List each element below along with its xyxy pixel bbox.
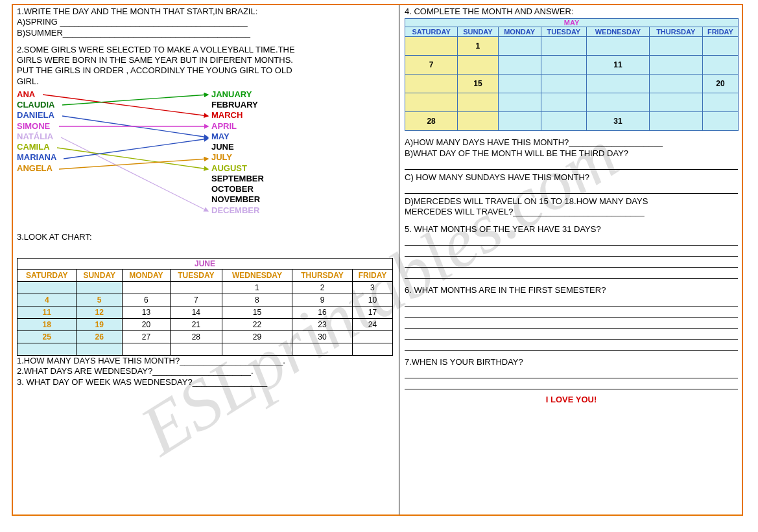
may-cell: [587, 37, 649, 56]
q5: 5. WHAT MONTHS OF THE YEAR HAVE 31 DAYS?: [405, 224, 738, 235]
q4: 4. COMPLETE THE MONTH AND ANSWER:: [405, 6, 738, 17]
june-cell: 6: [122, 294, 170, 306]
june-cell: 23: [292, 319, 353, 331]
right-column: 4. COMPLETE THE MONTH AND ANSWER: MAY SA…: [401, 5, 742, 515]
may-cell: [458, 93, 499, 112]
month-label: APRIL: [211, 121, 328, 132]
may-day-header: SUNDAY: [458, 27, 499, 37]
june-cell: 14: [171, 306, 222, 319]
blank-line: [405, 308, 738, 318]
q6: 6. WHAT MONTHS ARE IN THE FIRST SEMESTER…: [405, 285, 738, 295]
june-cell: 12: [77, 306, 122, 319]
love-text: I LOVE YOU!: [405, 395, 738, 404]
june-cell: [222, 343, 292, 356]
month-label: AUGUST: [211, 163, 328, 174]
june-cell: 21: [171, 319, 222, 331]
month-label: NOVEMBER: [211, 194, 328, 205]
june-cell: 17: [352, 306, 392, 319]
may-cell: [649, 37, 702, 56]
month-label: DECEMBER: [211, 205, 328, 216]
q3a: 1.HOW MANY DAYS HAVE THIS MONTH?________…: [17, 356, 395, 366]
may-cell: [702, 112, 738, 131]
june-cell: 9: [292, 294, 353, 306]
may-cell: [649, 75, 702, 93]
june-day-header: TUESDAY: [171, 270, 222, 282]
blank-line: [405, 341, 738, 351]
blank-line: [405, 369, 738, 378]
may-cell: [649, 112, 702, 131]
june-cell: 24: [352, 319, 392, 331]
month-label: SEPTEMBER: [211, 174, 328, 184]
month-label: JANUARY: [211, 89, 328, 100]
may-cell: 15: [458, 75, 499, 93]
may-cell: [498, 75, 541, 93]
may-cell: [649, 93, 702, 112]
q1: 1.WRITE THE DAY AND THE MONTH THAT START…: [17, 6, 395, 17]
may-cell: [541, 56, 587, 75]
matching-diagram: ANACLAUDIADANIELASIMONENATÁLIACAMILAMARI…: [17, 89, 395, 232]
june-cell: 28: [171, 331, 222, 343]
may-title: MAY: [405, 18, 739, 27]
june-cell: 13: [122, 306, 170, 319]
june-cell: 4: [18, 294, 77, 306]
svg-line-6: [64, 139, 208, 159]
june-cell: 26: [77, 331, 122, 343]
month-label: OCTOBER: [211, 184, 328, 194]
q1-summer: B)SUMMER________________________________…: [17, 28, 395, 38]
may-cell: 11: [587, 56, 649, 75]
left-column: 1.WRITE THE DAY AND THE MONTH THAT START…: [13, 5, 399, 515]
june-cell: 11: [18, 306, 77, 319]
june-cell: [18, 343, 77, 356]
may-day-header: SATURDAY: [405, 27, 458, 37]
may-cell: [649, 56, 702, 75]
may-cell: [541, 37, 587, 56]
q7: 7.WHEN IS YOUR BIRTHDAY?: [405, 357, 738, 367]
blank-line: [405, 184, 738, 194]
may-cell: [702, 37, 738, 56]
june-cell: [77, 282, 122, 294]
q2-l2: GIRLS WERE BORN IN THE SAME YEAR BUT IN …: [17, 55, 395, 65]
q2-l4: GIRL.: [17, 76, 395, 87]
q4a: A)HOW MANY DAYS HAVE THIS MONTH?________…: [405, 137, 738, 148]
month-label: MAY: [211, 132, 328, 142]
june-cell: 29: [222, 331, 292, 343]
blank-line: [405, 269, 738, 279]
may-day-header: WEDNESDAY: [587, 27, 649, 37]
may-cell: [541, 93, 587, 112]
may-cell: [405, 93, 458, 112]
may-cell: [405, 37, 458, 56]
month-label: JULY: [211, 152, 328, 163]
june-cell: 10: [352, 294, 392, 306]
may-day-header: THURSDAY: [649, 27, 702, 37]
may-cell: 7: [405, 56, 458, 75]
q4c: C) HOW MANY SUNDAYS HAVE THIS MONTH?: [405, 172, 738, 183]
may-calendar: MAY SATURDAYSUNDAYMONDAYTUESDAYWEDNESDAY…: [405, 18, 739, 131]
blank-line: [405, 330, 738, 340]
june-day-header: THURSDAY: [292, 270, 353, 282]
june-cell: 15: [222, 306, 292, 319]
june-cell: [171, 282, 222, 294]
may-cell: 31: [587, 112, 649, 131]
june-day-header: WEDNESDAY: [222, 270, 292, 282]
blank-line: [405, 319, 738, 329]
q3c: 3. WHAT DAY OF WEEK WAS WEDNESDAY?______…: [17, 377, 395, 387]
june-cell: 8: [222, 294, 292, 306]
blank-line: [405, 380, 738, 389]
may-cell: [498, 56, 541, 75]
june-cell: 7: [171, 294, 222, 306]
june-cell: 18: [18, 319, 77, 331]
may-cell: [498, 93, 541, 112]
june-cell: [122, 282, 170, 294]
blank-line: [405, 160, 738, 170]
june-cell: 27: [122, 331, 170, 343]
may-day-header: TUESDAY: [541, 27, 587, 37]
blank-line: [405, 297, 738, 306]
june-cell: 1: [222, 282, 292, 294]
june-cell: 22: [222, 319, 292, 331]
month-label: JUNE: [211, 142, 328, 152]
june-title: JUNE: [17, 258, 393, 269]
june-cell: [77, 343, 122, 356]
june-cell: 20: [122, 319, 170, 331]
svg-line-4: [61, 137, 208, 211]
june-cell: [352, 343, 392, 356]
